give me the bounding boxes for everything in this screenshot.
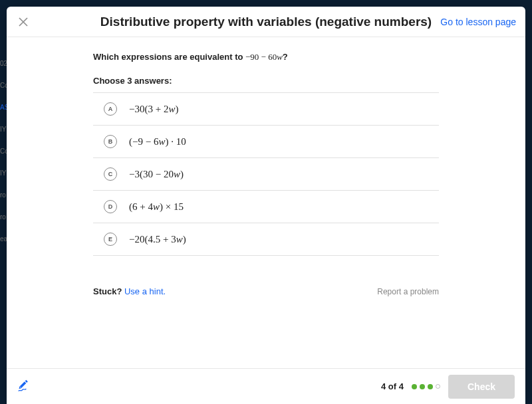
hint-link[interactable]: Use a hint. (124, 286, 166, 296)
modal-header: Distributive property with variables (ne… (7, 7, 525, 37)
scratchpad-icon[interactable] (17, 379, 32, 394)
answer-list: A−30(3 + 2w)B(−9 − 6w) · 10C−3(30 − 20w)… (93, 92, 439, 256)
answer-expression: (6 + 4w) × 15 (129, 201, 184, 213)
answer-letter: B (104, 135, 117, 148)
close-icon[interactable] (16, 15, 31, 29)
progress-dot (412, 384, 417, 389)
progress-dot (420, 384, 425, 389)
stuck-label: Stuck? (93, 286, 124, 296)
answer-expression: −3(30 − 20w) (129, 169, 184, 180)
answer-choice-e[interactable]: E−20(4.5 + 3w) (93, 223, 439, 256)
lesson-page-link[interactable]: Go to lesson page (440, 17, 516, 27)
choose-label: Choose 3 answers: (93, 76, 439, 86)
question-prefix: Which expressions are equivalent to (93, 52, 245, 62)
question-expression: −90 − 60w (245, 52, 283, 62)
report-problem-link[interactable]: Report a problem (377, 287, 439, 296)
answer-choice-d[interactable]: D(6 + 4w) × 15 (93, 191, 439, 223)
progress-text: 4 of 4 (381, 381, 404, 391)
progress-dots (412, 384, 440, 389)
question-text: Which expressions are equivalent to −90 … (93, 52, 439, 62)
answer-expression: −20(4.5 + 3w) (129, 234, 186, 245)
progress-dot (428, 384, 433, 389)
check-button[interactable]: Check (448, 375, 515, 399)
answer-letter: E (104, 233, 117, 246)
question-suffix: ? (283, 52, 288, 62)
exercise-modal: Distributive property with variables (ne… (7, 7, 525, 404)
progress-dot (436, 384, 440, 389)
stuck-area: Stuck? Use a hint. (93, 286, 166, 296)
answer-choice-a[interactable]: A−30(3 + 2w) (93, 93, 439, 126)
answer-expression: −30(3 + 2w) (129, 104, 178, 115)
hints-row: Stuck? Use a hint. Report a problem (93, 286, 439, 296)
answer-choice-b[interactable]: B(−9 − 6w) · 10 (93, 126, 439, 158)
answer-expression: (−9 − 6w) · 10 (129, 136, 186, 148)
answer-choice-c[interactable]: C−3(30 − 20w) (93, 158, 439, 191)
answer-letter: A (104, 102, 117, 116)
answer-letter: C (104, 167, 117, 181)
progress-area: 4 of 4 Check (381, 375, 515, 399)
modal-footer: 4 of 4 Check (7, 368, 525, 404)
answer-letter: D (104, 200, 117, 213)
modal-body: Which expressions are equivalent to −90 … (7, 37, 525, 368)
